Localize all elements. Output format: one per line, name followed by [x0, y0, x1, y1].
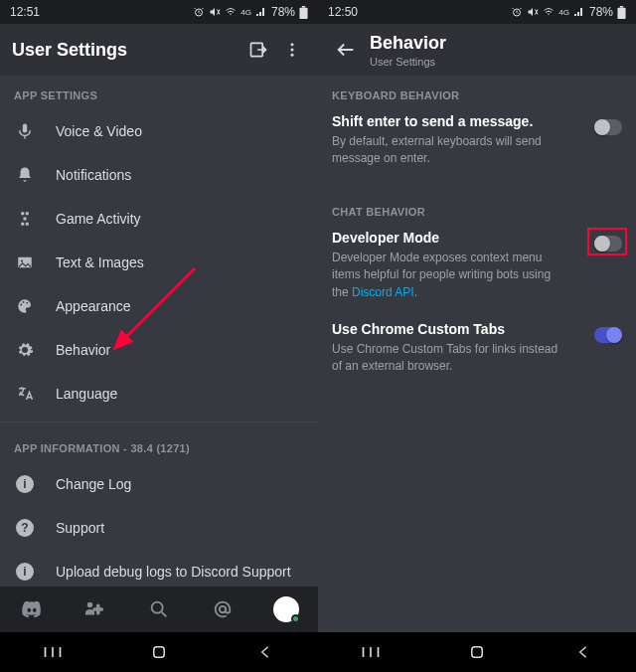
- bottom-tab-bar: [0, 587, 318, 632]
- network-label: 4G: [558, 8, 569, 17]
- page-subtitle: User Settings: [370, 56, 446, 68]
- toggle-developer-mode[interactable]: [594, 236, 622, 252]
- image-icon: [14, 252, 36, 273]
- account-switch-button[interactable]: [244, 36, 272, 64]
- divider: [0, 421, 318, 422]
- svg-point-16: [23, 301, 25, 303]
- svg-rect-9: [26, 212, 29, 215]
- row-label: Voice & Video: [56, 123, 142, 139]
- status-time: 12:50: [328, 5, 358, 19]
- tab-mentions[interactable]: [199, 587, 246, 632]
- mic-icon: [14, 120, 36, 142]
- svg-point-17: [26, 302, 28, 304]
- back-button[interactable]: [330, 34, 362, 66]
- row-change-log[interactable]: i Change Log: [0, 462, 318, 506]
- wifi-icon: [543, 6, 555, 18]
- pane-behavior: 12:50 4G 78% Behavior User Settings KEYB…: [318, 0, 636, 672]
- svg-point-6: [291, 54, 294, 57]
- row-text-images[interactable]: Text & Images: [0, 241, 318, 284]
- discord-api-link[interactable]: Discord API: [352, 285, 414, 299]
- nav-back[interactable]: [236, 634, 295, 670]
- svg-rect-25: [472, 647, 483, 658]
- tab-profile[interactable]: [262, 587, 310, 632]
- svg-rect-11: [26, 223, 29, 226]
- svg-point-20: [220, 606, 226, 612]
- setting-shift-enter[interactable]: Shift enter to send a message. By defaul…: [318, 109, 636, 184]
- nav-recents[interactable]: [341, 634, 400, 670]
- setting-desc: Use Chrome Custom Tabs for links instead…: [332, 341, 570, 376]
- row-voice-video[interactable]: Voice & Video: [0, 109, 318, 153]
- svg-rect-7: [23, 124, 28, 133]
- android-nav-bar: [0, 632, 318, 672]
- battery-pct: 78%: [271, 5, 295, 19]
- help-icon: ?: [14, 517, 36, 539]
- toggle-shift-enter[interactable]: [594, 119, 622, 135]
- row-label: Notifications: [56, 167, 131, 183]
- row-label: Change Log: [56, 476, 131, 492]
- mute-icon: [209, 6, 221, 18]
- svg-rect-10: [21, 223, 24, 226]
- tab-friends[interactable]: [72, 587, 119, 632]
- row-upload-debug[interactable]: i Upload debug logs to Discord Support: [0, 550, 318, 587]
- setting-developer-mode[interactable]: Developer Mode Developer Mode exposes co…: [318, 226, 636, 317]
- setting-title: Developer Mode: [332, 230, 622, 246]
- svg-rect-1: [299, 7, 307, 18]
- overflow-menu-button[interactable]: [278, 36, 306, 64]
- battery-icon: [299, 6, 308, 19]
- bell-icon: [14, 164, 36, 186]
- svg-rect-23: [617, 7, 625, 18]
- row-language[interactable]: Language: [0, 372, 318, 416]
- wifi-icon: [225, 6, 237, 18]
- status-right: 4G 78%: [511, 5, 626, 19]
- tab-search[interactable]: [135, 587, 183, 632]
- row-label: Appearance: [56, 298, 131, 314]
- signal-icon: [255, 6, 267, 18]
- presence-dot: [291, 614, 300, 623]
- tab-discord[interactable]: [8, 587, 56, 632]
- page-title: Behavior: [370, 33, 446, 54]
- page-title: User Settings: [12, 40, 127, 61]
- language-icon: [14, 383, 36, 405]
- section-keyboard-behavior: KEYBOARD BEHAVIOR: [318, 76, 636, 109]
- row-support[interactable]: ? Support: [0, 506, 318, 550]
- svg-rect-21: [154, 647, 165, 658]
- signal-icon: [573, 6, 585, 18]
- row-label: Upload debug logs to Discord Support: [56, 564, 291, 580]
- status-right: 4G 78%: [193, 5, 308, 19]
- row-notifications[interactable]: Notifications: [0, 153, 318, 197]
- nav-home[interactable]: [447, 634, 507, 670]
- setting-title: Shift enter to send a message.: [332, 113, 622, 129]
- row-label: Text & Images: [56, 254, 144, 270]
- toggle-chrome-tabs[interactable]: [594, 327, 622, 343]
- row-label: Language: [56, 386, 117, 402]
- nav-back[interactable]: [554, 634, 613, 670]
- setting-title: Use Chrome Custom Tabs: [332, 321, 622, 337]
- svg-rect-2: [302, 6, 305, 8]
- behavior-content: KEYBOARD BEHAVIOR Shift enter to send a …: [318, 76, 636, 632]
- section-app-info: APP INFORMATION - 38.4 (1271): [0, 428, 318, 462]
- network-label: 4G: [240, 8, 251, 17]
- svg-point-5: [291, 49, 294, 52]
- row-game-activity[interactable]: Game Activity: [0, 197, 318, 241]
- setting-chrome-tabs[interactable]: Use Chrome Custom Tabs Use Chrome Custom…: [318, 317, 636, 392]
- pane-user-settings: 12:51 4G 78% User Settings APP SETTING: [0, 0, 318, 672]
- status-bar: 12:50 4G 78%: [318, 0, 636, 24]
- row-behavior[interactable]: Behavior: [0, 328, 318, 372]
- svg-point-15: [20, 304, 22, 306]
- row-label: Behavior: [56, 342, 110, 358]
- row-appearance[interactable]: Appearance: [0, 284, 318, 328]
- setting-desc: By default, external keyboards will send…: [332, 133, 570, 168]
- section-chat-behavior: CHAT BEHAVIOR: [318, 184, 636, 226]
- header-bar: User Settings: [0, 24, 318, 76]
- battery-icon: [617, 6, 626, 19]
- status-bar: 12:51 4G 78%: [0, 0, 318, 24]
- nav-recents[interactable]: [23, 634, 82, 670]
- svg-rect-12: [24, 218, 27, 221]
- mute-icon: [527, 6, 539, 18]
- setting-desc: Developer Mode exposes context menu item…: [332, 250, 570, 301]
- svg-rect-24: [620, 6, 623, 8]
- gamepad-icon: [14, 208, 36, 230]
- nav-home[interactable]: [129, 634, 189, 670]
- gear-icon: [14, 339, 36, 361]
- info-icon: i: [14, 561, 36, 583]
